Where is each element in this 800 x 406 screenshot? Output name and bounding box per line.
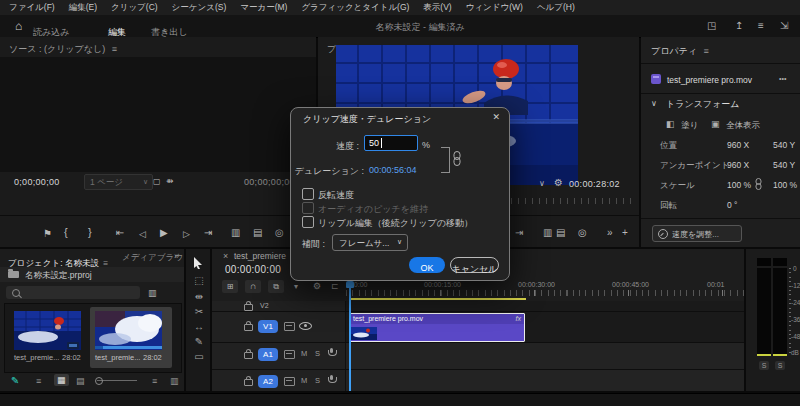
pen-tool[interactable]: ✎	[186, 336, 212, 347]
timeline-ruler[interactable]	[346, 290, 744, 296]
timeline-goto-icon[interactable]: ⊏	[331, 281, 339, 291]
a2-solo-button[interactable]: S	[315, 376, 320, 385]
insert-icon[interactable]: ▥	[231, 228, 240, 238]
goto-in-icon[interactable]: ⇤	[116, 228, 124, 238]
goto-out-icon[interactable]: ⇥	[204, 228, 212, 238]
thumb-zoom-slider[interactable]	[97, 380, 137, 381]
anchor-x-value[interactable]: 960 X	[727, 160, 749, 170]
solo-right-button[interactable]: S	[775, 361, 785, 370]
add-marker-icon[interactable]: ⚑	[43, 229, 52, 239]
fit-frame-icon[interactable]: ▣	[711, 119, 720, 129]
a1-solo-button[interactable]: S	[315, 349, 320, 358]
a2-lock-icon[interactable]	[244, 379, 253, 386]
v1-track-badge[interactable]: V1	[258, 320, 278, 333]
a2-track-badge[interactable]: A2	[258, 375, 278, 388]
a1-lock-icon[interactable]	[244, 352, 253, 359]
fit-chevron-icon[interactable]: ∨	[539, 179, 545, 189]
goto-out-icon[interactable]: ⇥	[515, 228, 523, 238]
v1-source-patch-icon[interactable]	[284, 322, 295, 331]
add-button-icon[interactable]: +	[622, 228, 628, 238]
timeline-caret-icon[interactable]: ▾	[294, 282, 298, 291]
transform-chevron-icon[interactable]: ∨	[651, 99, 657, 108]
a2-mic-icon[interactable]	[330, 375, 333, 380]
edit-pencil-icon[interactable]: ✎	[11, 375, 19, 386]
position-x-value[interactable]: 960 X	[727, 140, 749, 150]
playhead-head[interactable]	[346, 281, 354, 288]
v1-lock-icon[interactable]	[244, 324, 253, 331]
mark-in-icon[interactable]: {	[64, 227, 68, 237]
adjust-speed-button[interactable]: 速度を調整...	[652, 225, 742, 242]
step-back-icon[interactable]: ◁	[139, 229, 146, 239]
sequence-tab-label[interactable]: test_premiere	[234, 251, 286, 261]
razor-tool[interactable]: ✂	[186, 306, 212, 317]
sort-icon[interactable]: ≡	[152, 376, 157, 386]
type-tool[interactable]: ▭	[186, 351, 212, 362]
menu-marker[interactable]: マーカー(M)	[240, 2, 287, 14]
slip-tool[interactable]: ↔	[186, 321, 212, 332]
solo-left-button[interactable]: S	[759, 361, 769, 370]
ripple-edit-checkbox[interactable]	[302, 216, 314, 228]
source-zoom-select[interactable]: 1 ページ ∨	[84, 174, 153, 190]
tab-import[interactable]: 読み込み	[33, 27, 69, 37]
menu-file[interactable]: ファイル(F)	[9, 2, 55, 14]
home-icon[interactable]: ⌂	[15, 19, 22, 33]
nest-toggle-icon[interactable]: ⊞	[222, 280, 238, 293]
tab-export[interactable]: 書き出し	[151, 27, 187, 37]
menu-view[interactable]: 表示(V)	[423, 2, 451, 14]
a1-mic-icon[interactable]	[330, 348, 333, 353]
list-view-icon[interactable]: ≡	[36, 376, 41, 386]
share-icon[interactable]: ↥	[735, 20, 743, 31]
scale-x-value[interactable]: 100 %	[727, 180, 751, 190]
reverse-speed-checkbox[interactable]	[302, 188, 314, 200]
clip-more-icon[interactable]: •••	[779, 75, 786, 82]
properties-panel-menu-icon[interactable]: ≡	[704, 46, 709, 56]
ok-button[interactable]: OK	[409, 257, 445, 273]
fill-icon[interactable]: ◧	[666, 119, 675, 129]
play-icon[interactable]: ▶	[160, 228, 168, 238]
menu-sequence[interactable]: シーケンス(S)	[172, 2, 227, 14]
menu-graphics[interactable]: グラフィックとタイトル(G)	[301, 2, 409, 14]
quick-export-icon[interactable]: ◳	[707, 20, 716, 31]
header-menu-icon[interactable]: ≡	[758, 20, 764, 31]
extract-icon[interactable]: ▤	[556, 228, 565, 238]
rotation-value[interactable]: 0 °	[727, 200, 738, 210]
tab-overflow-icon[interactable]: »	[174, 251, 179, 261]
snap-toggle-icon[interactable]: ∩	[245, 280, 261, 293]
track-select-tool[interactable]: ⬚	[186, 275, 212, 286]
sequence-tab-close-icon[interactable]: ×	[223, 251, 228, 261]
thumb-zoom-knob[interactable]	[95, 377, 103, 385]
cancel-button[interactable]: キャンセル	[450, 257, 499, 273]
position-y-value[interactable]: 540 Y	[773, 140, 795, 150]
a1-mute-button[interactable]: M	[301, 349, 307, 358]
speed-input[interactable]: 50	[364, 135, 418, 151]
menu-clip[interactable]: クリップ(C)	[111, 2, 158, 14]
v1-visibility-icon[interactable]	[299, 322, 312, 330]
grid-view-icon[interactable]: ▦	[54, 374, 69, 386]
ripple-edit-tool[interactable]: ⇹	[186, 291, 212, 302]
project-item-1[interactable]: test_premie... 28:02	[14, 311, 86, 365]
a2-mute-button[interactable]: M	[301, 376, 307, 385]
wrench-icon[interactable]: ⚙	[554, 178, 563, 188]
source-panel-menu-icon[interactable]: ≡	[112, 44, 117, 54]
playhead-line[interactable]	[349, 281, 351, 391]
interpolation-select[interactable]: フレームサ... ∨	[332, 234, 408, 251]
a2-source-patch-icon[interactable]	[284, 377, 295, 386]
menu-help[interactable]: ヘルプ(H)	[537, 2, 575, 14]
project-item-2[interactable]: test_premie... 28:02	[95, 311, 167, 365]
timeline-wrench-icon[interactable]: ⚙	[313, 281, 321, 291]
dialog-close-icon[interactable]: ✕	[492, 112, 500, 122]
scale-y-value[interactable]: 100 %	[773, 180, 797, 190]
timeline-timecode[interactable]: 00:00:00:00	[225, 264, 281, 275]
new-bin-icon[interactable]: ▥	[170, 376, 179, 386]
speed-duration-link-icon[interactable]	[453, 151, 461, 166]
bin-row[interactable]: 名称未設定.prproj	[0, 267, 184, 282]
transform-section-title[interactable]: トランスフォーム	[666, 98, 739, 111]
a1-source-patch-icon[interactable]	[284, 350, 295, 359]
linked-selection-icon[interactable]: ⧉	[268, 280, 284, 293]
source-fit-icon[interactable]: ⇻	[166, 176, 174, 186]
export-frame-icon[interactable]: ◎	[275, 228, 284, 238]
v2-lock-icon[interactable]	[244, 304, 253, 311]
overwrite-icon[interactable]: ▤	[253, 228, 262, 238]
selection-tool[interactable]	[193, 257, 203, 269]
timeline-clip[interactable]: test_premiere pro.mov fx	[349, 313, 525, 342]
